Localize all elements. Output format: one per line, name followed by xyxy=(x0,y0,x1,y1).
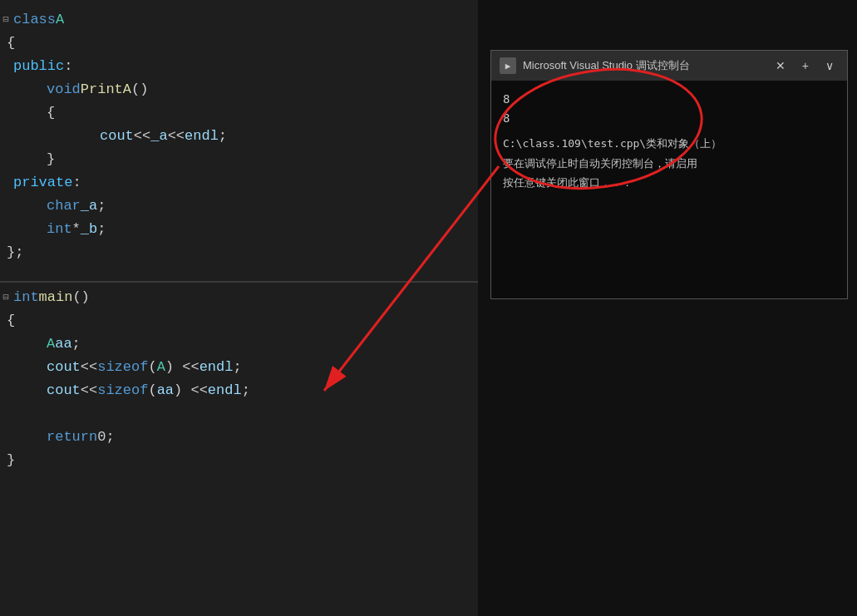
terminal-close-button[interactable]: ✕ xyxy=(771,57,791,74)
sizeof-aa-line: cout << sizeof(aa) << endl; xyxy=(0,379,478,402)
class-name: A xyxy=(56,8,64,32)
class-decl-line: ⊟ class A xyxy=(0,8,478,32)
method-open-brace: { xyxy=(0,101,478,125)
terminal-body: 8 8 C:\class.109\test.cpp\类和对象（上） 要在调试停止… xyxy=(491,81,847,298)
terminal-popup: ▶ Microsoft Visual Studio 调试控制台 ✕ + ∨ 8 … xyxy=(490,50,848,299)
class-separator xyxy=(0,264,478,278)
terminal-msg-2: 按任意键关闭此窗口．．． xyxy=(503,175,835,191)
output-line-1: 8 xyxy=(503,91,835,108)
terminal-add-button[interactable]: + xyxy=(797,57,814,74)
keyword-class: class xyxy=(13,8,56,32)
terminal-app-icon: ▶ xyxy=(500,57,516,74)
terminal-title: Microsoft Visual Studio 调试控制台 xyxy=(523,58,764,73)
blank-line xyxy=(0,402,478,426)
sizeof-A-line: cout << sizeof(A) << endl; xyxy=(0,356,478,379)
return-line: return 0; xyxy=(0,426,478,449)
terminal-chevron-button[interactable]: ∨ xyxy=(820,57,839,74)
class-close-brace: }; xyxy=(0,241,478,264)
collapse-icon[interactable]: ⊟ xyxy=(0,8,12,32)
public-access-line: public: xyxy=(0,55,478,78)
open-brace-line: { xyxy=(0,32,478,55)
terminal-msg-1: 要在调试停止时自动关闭控制台，请启用 xyxy=(503,155,835,172)
terminal-titlebar: ▶ Microsoft Visual Studio 调试控制台 ✕ + ∨ xyxy=(491,51,847,81)
code-editor: ⊟ class A { public: void PrintA() { cout… xyxy=(0,0,478,616)
char-field-line: char _a; xyxy=(0,195,478,218)
aa-decl-line: A aa; xyxy=(0,333,478,356)
method-decl-line: void PrintA() xyxy=(0,78,478,101)
main-collapse-icon[interactable]: ⊟ xyxy=(0,286,12,309)
output-line-2: 8 xyxy=(503,110,835,127)
main-close-brace: } xyxy=(0,449,478,472)
section-divider xyxy=(0,281,478,283)
int-field-line: int* _b; xyxy=(0,218,478,241)
main-func-line: ⊟ int main() xyxy=(0,286,478,309)
cout-line: cout << _a << endl; xyxy=(0,125,478,148)
method-close-brace: } xyxy=(0,148,478,171)
private-access-line: private: xyxy=(0,171,478,195)
terminal-path: C:\class.109\test.cpp\类和对象（上） xyxy=(503,136,835,152)
main-open-brace: { xyxy=(0,309,478,333)
